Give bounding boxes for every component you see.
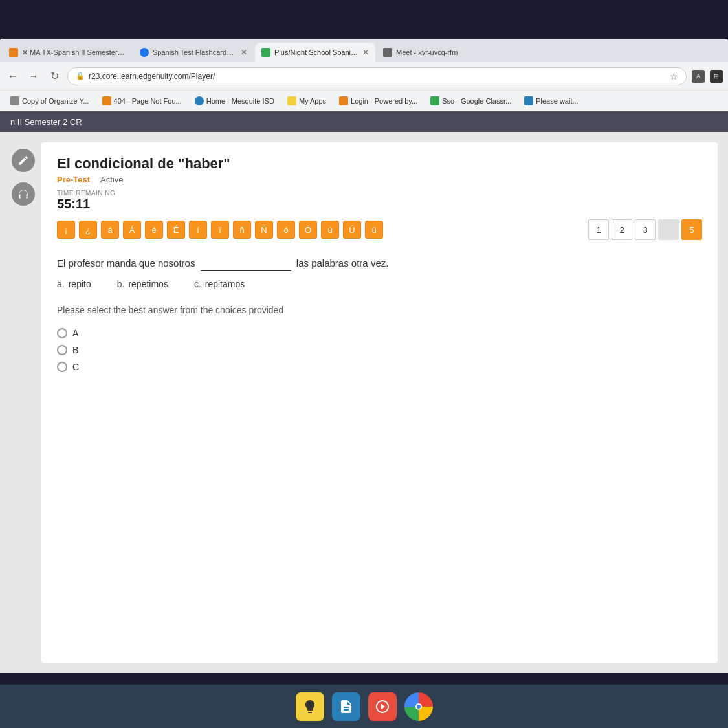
tab-favicon-ns — [261, 48, 270, 57]
bookmark-login[interactable]: Login - Powered by... — [334, 93, 423, 109]
char-btn-O-acute[interactable]: Ó — [299, 221, 317, 239]
quiz-panel: El condicional de "haber" Pre-Test Activ… — [41, 142, 718, 663]
radio-option-b[interactable]: B — [57, 345, 702, 355]
question-blank — [201, 256, 291, 271]
main-content: El condicional de "haber" Pre-Test Activ… — [0, 132, 728, 673]
char-btn-question[interactable]: ¿ — [79, 221, 97, 239]
char-btn-e-acute[interactable]: é — [145, 221, 163, 239]
question-before: El profesor manda que nosotros — [57, 258, 195, 269]
answer-choice-c: c. repitamos — [194, 279, 245, 289]
active-label: Active — [100, 175, 123, 184]
q-btn-4[interactable] — [658, 219, 679, 240]
q-btn-2[interactable]: 2 — [612, 219, 632, 240]
bookmark-favicon-home — [195, 96, 204, 105]
taskbar-keep[interactable] — [296, 692, 324, 721]
bookmark-favicon-404 — [102, 96, 111, 105]
address-field[interactable]: 🔒 r23.core.learn.edgenuity.com/Player/ ☆ — [67, 67, 687, 85]
answer-choice-b: b. repetimos — [117, 279, 168, 289]
tab-flashcards[interactable]: Spanish Test Flashcards | Quiz ✕ — [133, 43, 254, 62]
bookmark-404-label: 404 - Page Not Fou... — [114, 97, 182, 105]
tab-favicon-q — [140, 48, 149, 57]
char-btn-U-acute[interactable]: Ú — [343, 221, 361, 239]
pencil-icon[interactable] — [12, 149, 35, 172]
bookmarks-bar: Copy of Organize Y... 404 - Page Not Fou… — [0, 91, 728, 111]
tab-nightschool[interactable]: Plus/Night School Spanish 00 ✕ — [255, 43, 375, 62]
bookmark-wait-label: Please wait... — [536, 97, 578, 105]
answer-letter-b: b. — [117, 279, 125, 289]
tab-nightschool-label: Plus/Night School Spanish 00 — [274, 49, 358, 56]
bookmark-star-icon[interactable]: ☆ — [670, 71, 678, 82]
char-btn-u-uml[interactable]: ü — [365, 221, 383, 239]
course-header: n II Semester 2 CR — [0, 111, 728, 132]
char-btn-exclaim[interactable]: ¡ — [57, 221, 75, 239]
char-btn-i-uml[interactable]: ï — [211, 221, 229, 239]
radio-label-b: B — [72, 345, 78, 355]
bookmark-favicon-wait — [524, 96, 533, 105]
bookmark-myapps[interactable]: My Apps — [282, 93, 331, 109]
bookmark-404[interactable]: 404 - Page Not Fou... — [97, 93, 187, 109]
answer-choice-a: a. repito — [57, 279, 91, 289]
radio-circle-c[interactable] — [57, 362, 67, 372]
extension-icon[interactable]: A — [692, 70, 705, 83]
pre-test-label: Pre-Test — [57, 175, 90, 184]
answer-letter-c: c. — [194, 279, 201, 289]
bookmark-favicon-login — [339, 96, 348, 105]
char-btn-o-acute[interactable]: ó — [277, 221, 295, 239]
answer-text-b: repetimos — [128, 279, 168, 289]
char-btn-n-tilde[interactable]: ñ — [233, 221, 251, 239]
bookmark-wait[interactable]: Please wait... — [519, 93, 583, 109]
quiz-meta: Pre-Test Active — [57, 175, 702, 184]
browser-window: ✕ MA TX-Spanish II Semester 2 C ✕ Spanis… — [0, 39, 728, 673]
tab-flashcards-label: Spanish Test Flashcards | Quiz — [153, 49, 237, 56]
q-btn-1[interactable]: 1 — [588, 219, 609, 240]
radio-circle-b[interactable] — [57, 345, 67, 355]
tab-meet[interactable]: Meet - kvr-uvcq-rfm — [377, 43, 464, 62]
char-toolbar: ¡ ¿ á Á é É í ï ñ Ñ ó Ó ú Ú ü — [57, 219, 702, 240]
svg-point-1 — [417, 705, 421, 709]
time-value: 55:11 — [57, 197, 702, 212]
taskbar-youtube[interactable] — [368, 692, 397, 721]
q-btn-5[interactable]: 5 — [681, 219, 702, 240]
refresh-button[interactable]: ↻ — [47, 69, 62, 84]
time-section: TIME REMAINING 55:11 — [57, 190, 702, 212]
radio-circle-a[interactable] — [57, 328, 67, 338]
answer-text-a: repito — [69, 279, 91, 289]
char-btn-i-acute[interactable]: í — [189, 221, 207, 239]
bookmark-login-label: Login - Powered by... — [351, 97, 417, 105]
radio-option-c[interactable]: C — [57, 362, 702, 372]
bookmark-home[interactable]: Home - Mesquite ISD — [190, 93, 280, 109]
bookmark-organize[interactable]: Copy of Organize Y... — [5, 93, 94, 109]
bookmark-sso-label: Sso - Google Classr... — [442, 97, 511, 105]
back-button[interactable]: ← — [5, 69, 21, 84]
char-btn-A-acute[interactable]: Á — [123, 221, 141, 239]
taskbar — [0, 684, 728, 728]
radio-label-a: A — [72, 328, 78, 338]
page-content: n II Semester 2 CR — [0, 111, 728, 673]
question-after: las palabras otra vez. — [296, 258, 389, 269]
bookmark-label: Copy of Organize Y... — [22, 97, 89, 105]
lock-icon: 🔒 — [76, 72, 85, 80]
tab-close-ns[interactable]: ✕ — [362, 48, 369, 57]
address-text: r23.core.learn.edgenuity.com/Player/ — [89, 72, 215, 81]
headphone-icon[interactable] — [12, 182, 35, 206]
taskbar-chrome[interactable] — [404, 692, 433, 721]
char-btn-a-acute[interactable]: á — [101, 221, 119, 239]
tab-spanish-semester[interactable]: ✕ MA TX-Spanish II Semester 2 C ✕ — [3, 43, 132, 62]
tab-bar: ✕ MA TX-Spanish II Semester 2 C ✕ Spanis… — [0, 39, 728, 62]
forward-button[interactable]: → — [26, 69, 41, 84]
instruction-text: Please select the best answer from the c… — [57, 305, 702, 315]
time-label: TIME REMAINING — [57, 190, 702, 197]
tab-close[interactable]: ✕ — [241, 48, 247, 57]
bookmark-sso[interactable]: Sso - Google Classr... — [425, 93, 516, 109]
char-btn-E-acute[interactable]: É — [167, 221, 185, 239]
answer-choices: a. repito b. repetimos c. repitamos — [57, 279, 702, 289]
radio-option-a[interactable]: A — [57, 328, 702, 338]
profile-icon[interactable]: ⊞ — [710, 70, 723, 83]
radio-options: A B C — [57, 328, 702, 372]
char-btn-u-acute[interactable]: ú — [321, 221, 339, 239]
taskbar-docs[interactable] — [332, 692, 360, 721]
char-btn-N-tilde[interactable]: Ñ — [255, 221, 273, 239]
tab-label: ✕ MA TX-Spanish II Semester 2 C ✕ — [22, 49, 126, 57]
bookmark-favicon — [10, 96, 19, 105]
q-btn-3[interactable]: 3 — [635, 219, 656, 240]
